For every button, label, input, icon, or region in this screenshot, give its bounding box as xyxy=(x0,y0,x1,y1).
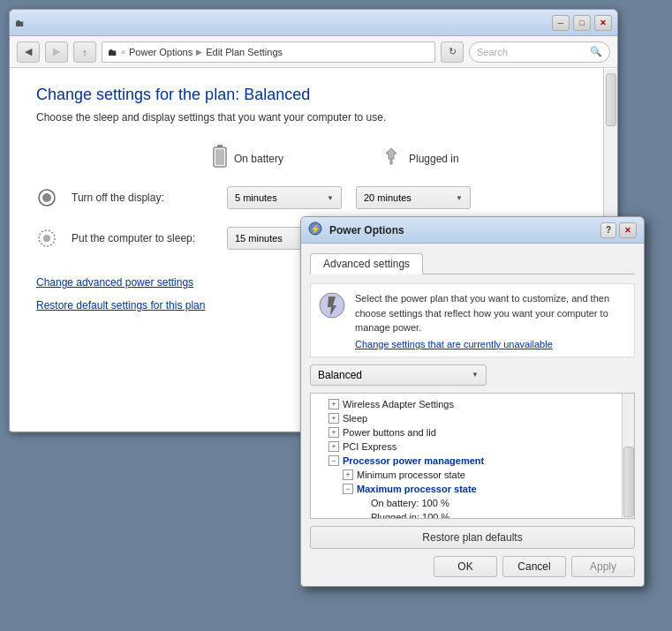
display-setting-icon xyxy=(36,187,57,208)
tree-list[interactable]: +Wireless Adapter Settings+Sleep+Power b… xyxy=(310,393,635,520)
main-window-controls: ─ □ ✕ xyxy=(552,15,612,31)
plugged-in-icon xyxy=(381,146,402,170)
search-placeholder: Search xyxy=(477,47,508,57)
display-plugged-arrow-icon: ▼ xyxy=(456,194,463,202)
on-battery-label: On battery xyxy=(234,153,283,165)
plan-dropdown-arrow-icon: ▼ xyxy=(472,371,479,379)
svg-rect-2 xyxy=(215,149,224,165)
dialog-close-button[interactable]: ✕ xyxy=(619,222,637,238)
forward-button[interactable]: ▶ xyxy=(45,41,68,63)
dialog-window-controls: ? ✕ xyxy=(600,222,637,238)
tree-item-label: PCI Express xyxy=(343,441,396,452)
advanced-settings-link[interactable]: Change advanced power settings xyxy=(36,276,193,289)
tree-scrollbar-thumb[interactable] xyxy=(623,447,634,517)
tree-expand-icon[interactable]: − xyxy=(343,484,353,494)
address-bar: ◀ ▶ ↑ 🖿 « Power Options ▶ Edit Plan Sett… xyxy=(10,36,617,68)
plan-dropdown-value: Balanced xyxy=(318,369,468,381)
tree-item[interactable]: On battery: 100 % xyxy=(311,496,634,510)
display-battery-dropdown[interactable]: 5 minutes ▼ xyxy=(227,186,342,209)
display-plugged-value: 20 minutes xyxy=(364,192,452,203)
ok-button[interactable]: OK xyxy=(434,556,497,577)
scrollbar-thumb[interactable] xyxy=(606,73,616,126)
tree-expand-icon[interactable]: + xyxy=(328,441,339,452)
tree-expand-icon[interactable]: + xyxy=(328,399,339,409)
tree-item-label: Sleep xyxy=(343,413,367,424)
tree-item[interactable]: −Maximum processor state xyxy=(311,482,634,496)
power-options-dialog: ⚡ Power Options ? ✕ Advanced settings Se… xyxy=(300,216,645,587)
dialog-help-button[interactable]: ? xyxy=(600,222,616,238)
back-button[interactable]: ◀ xyxy=(17,41,40,63)
refresh-button[interactable]: ↻ xyxy=(441,41,464,63)
dialog-buttons: OK Cancel Apply xyxy=(310,556,635,577)
plugged-in-header: Plugged in xyxy=(381,145,495,172)
tree-item[interactable]: +Power buttons and lid xyxy=(311,425,634,439)
up-button[interactable]: ↑ xyxy=(73,41,96,63)
dialog-title-icon: ⚡ xyxy=(308,222,322,238)
dialog-content: Advanced settings Select the power plan … xyxy=(301,244,644,586)
maximize-button[interactable]: □ xyxy=(573,15,591,31)
svg-text:⚡: ⚡ xyxy=(310,223,321,235)
svg-point-6 xyxy=(43,235,50,242)
plugged-in-label: Plugged in xyxy=(409,153,459,165)
display-battery-arrow-icon: ▼ xyxy=(327,194,334,202)
page-title: Change settings for the plan: Balanced xyxy=(36,86,591,104)
cancel-button[interactable]: Cancel xyxy=(502,556,566,577)
info-power-icon xyxy=(318,291,346,319)
dialog-title-bar: ⚡ Power Options ? ✕ xyxy=(301,217,644,244)
svg-point-4 xyxy=(42,193,51,202)
tree-item-label: Power buttons and lid xyxy=(343,427,436,438)
tree-expand-icon[interactable]: + xyxy=(328,427,339,438)
tree-item-label: Wireless Adapter Settings xyxy=(343,399,454,409)
restore-defaults-link[interactable]: Restore default settings for this plan xyxy=(36,299,205,312)
info-link[interactable]: Change settings that are currently unava… xyxy=(355,339,627,349)
column-headers: On battery Plugged in xyxy=(213,145,591,172)
tree-item[interactable]: +Minimum processor state xyxy=(311,468,634,482)
tree-item-label: Maximum processor state xyxy=(357,484,477,494)
tab-advanced-settings[interactable]: Advanced settings xyxy=(310,253,423,274)
search-field[interactable]: Search 🔍 xyxy=(469,41,610,63)
crumb-icon: 🖿 xyxy=(108,47,117,57)
on-battery-header: On battery xyxy=(213,145,328,172)
tree-item[interactable]: −Processor power management xyxy=(311,454,634,468)
tree-item[interactable]: +Sleep xyxy=(311,411,634,425)
sleep-setting-label: Put the computer to sleep: xyxy=(72,232,213,244)
tab-bar: Advanced settings xyxy=(310,252,635,274)
info-content: Select the power plan that you want to c… xyxy=(355,291,627,349)
tree-expand-icon[interactable]: + xyxy=(328,413,339,424)
close-button[interactable]: ✕ xyxy=(594,15,612,31)
minimize-button[interactable]: ─ xyxy=(552,15,570,31)
display-setting-row: Turn off the display: 5 minutes ▼ 20 min… xyxy=(36,186,591,209)
tree-expand-icon[interactable]: + xyxy=(343,469,353,480)
tree-item[interactable]: Plugged in: 100 % xyxy=(311,510,634,520)
tree-item-label: Processor power management xyxy=(343,455,484,466)
address-field[interactable]: 🖿 « Power Options ▶ Edit Plan Settings xyxy=(102,41,435,63)
crumb-arrow: ▶ xyxy=(196,48,202,56)
display-plugged-dropdown[interactable]: 20 minutes ▼ xyxy=(356,186,471,209)
battery-icon xyxy=(213,145,227,172)
crumb-edit-plan[interactable]: Edit Plan Settings xyxy=(206,47,283,57)
page-subtitle: Choose the sleep and display settings th… xyxy=(36,111,591,124)
tree-item-label: On battery: 100 % xyxy=(371,498,449,508)
main-title-bar: 🖿 ─ □ ✕ xyxy=(10,10,617,36)
plan-dropdown[interactable]: Balanced ▼ xyxy=(310,364,487,386)
dialog-title-text: Power Options xyxy=(329,224,593,237)
tree-item[interactable]: +Wireless Adapter Settings xyxy=(311,397,634,411)
tree-scrollbar[interactable] xyxy=(622,394,634,519)
crumb-separator: « xyxy=(121,48,125,56)
tree-item-label: Plugged in: 100 % xyxy=(371,512,449,520)
apply-button[interactable]: Apply xyxy=(571,556,635,577)
tree-item-label: Minimum processor state xyxy=(357,469,465,480)
crumb-power-options[interactable]: Power Options xyxy=(129,47,193,57)
tree-item[interactable]: +PCI Express xyxy=(311,439,634,454)
tree-expand-icon[interactable]: − xyxy=(328,455,339,466)
breadcrumb: 🖿 « Power Options ▶ Edit Plan Settings xyxy=(108,47,283,57)
display-setting-label: Turn off the display: xyxy=(72,192,213,204)
sleep-setting-icon xyxy=(36,228,57,249)
tree-items-container: +Wireless Adapter Settings+Sleep+Power b… xyxy=(311,397,634,520)
info-box: Select the power plan that you want to c… xyxy=(310,283,635,357)
info-description: Select the power plan that you want to c… xyxy=(355,293,609,333)
restore-plan-defaults-button[interactable]: Restore plan defaults xyxy=(310,526,635,549)
display-battery-value: 5 minutes xyxy=(235,192,323,203)
search-icon: 🔍 xyxy=(590,46,602,57)
